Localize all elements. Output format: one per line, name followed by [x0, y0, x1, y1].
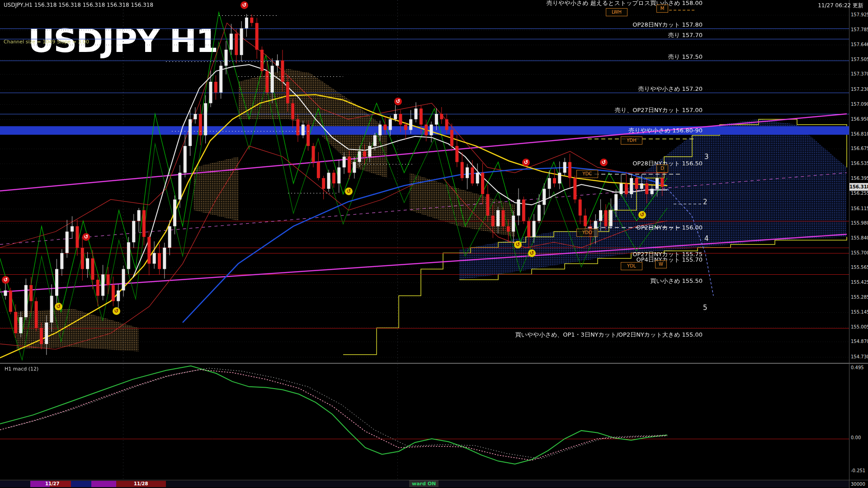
price-tick: 157.090	[851, 102, 868, 107]
pivot-box-lwh: LWH	[606, 8, 627, 16]
wave-count-label: 2	[703, 198, 708, 206]
price-annotation: 売り、OP27日NYカット 157.00	[615, 106, 703, 114]
price-tick: 156.255	[851, 191, 868, 196]
price-tick: 157.925	[851, 12, 868, 17]
pivot-box-w: W	[655, 260, 667, 268]
macd-axis-zero: 0.00	[851, 435, 861, 440]
pivot-box-ydo: YDO	[576, 229, 598, 237]
price-annotation: OP28日NYカット 157.80	[632, 21, 703, 29]
price-tick: 154.870	[851, 339, 868, 344]
buy-signal-icon: ↺	[514, 241, 522, 249]
price-tick: 157.370	[851, 71, 868, 76]
pivot-box-ydl: YDL	[621, 262, 642, 270]
wave-count-label: 4	[704, 235, 709, 243]
macd-indicator-label: H1 macd (12)	[5, 366, 38, 372]
price-tick: 155.565	[851, 265, 868, 270]
channel-info-label: Channel size = 1049 Slope = 3.00	[4, 39, 89, 45]
status-indicator: ward ON	[409, 480, 439, 487]
pivot-box-d: D	[656, 164, 668, 173]
price-annotation: 売りやや小さめ 超えるとストップロス買い小さめ 158.00	[547, 0, 703, 7]
price-tick: 155.145	[851, 310, 868, 314]
price-tick: 156.950	[851, 117, 868, 122]
price-tick: 156.115	[851, 206, 868, 211]
macd-axis-min: -0.251	[851, 468, 865, 473]
price-annotation: 売り 157.50	[668, 53, 703, 61]
main-chart-canvas[interactable]	[0, 0, 849, 363]
timeline-date: 11/27	[45, 481, 59, 486]
current-price-badge: 156.318	[849, 183, 868, 191]
timeline-segment	[0, 481, 30, 487]
price-tick: 155.980	[851, 221, 868, 225]
chart-ohlc-title: USDJPY,H1 156.318 156.318 156.318 156.31…	[4, 2, 153, 8]
sell-signal-icon: ↺	[600, 159, 608, 166]
price-tick: 157.230	[851, 87, 868, 92]
pivot-box-ydc: YDC	[576, 170, 598, 178]
price-tick: 156.395	[851, 176, 868, 181]
price-annotation: OP4日NYカット 155.70	[636, 256, 703, 264]
price-tick: 154.730	[851, 354, 868, 359]
price-annotation: 買い小さめ 155.50	[650, 277, 703, 285]
price-tick: 157.646	[851, 42, 868, 47]
buy-signal-icon: ↺	[528, 249, 536, 257]
price-tick: 156.675	[851, 146, 868, 151]
price-annotation: 売り 157.70	[668, 31, 703, 39]
last-updated-timestamp: 11/27 06:22 更新	[818, 2, 863, 9]
price-tick: 156.810	[851, 131, 868, 136]
price-annotation: OP2日NYカット 156.00	[636, 224, 703, 232]
macd-indicator-canvas[interactable]	[0, 364, 849, 480]
price-annotation: 買いやや小さめ、OP1・3日NYカット/OP2日NYカット大きめ 155.00	[515, 331, 703, 339]
price-tick: 156.535	[851, 161, 868, 166]
trading-chart-window: USDJPY H1 USDJPY,H1 156.318 156.318 156.…	[0, 0, 868, 488]
wave-count-label: 3	[704, 153, 709, 161]
timeline-segment	[71, 481, 91, 487]
macd-axis-max: 0.495	[851, 365, 864, 370]
price-tick: 155.005	[851, 324, 868, 329]
price-tick: 155.840	[851, 235, 868, 240]
timeline-segment	[91, 481, 116, 487]
buy-signal-icon: ↺	[113, 307, 120, 315]
price-tick: 157.505	[851, 57, 868, 62]
pivot-box-ydh: YDH	[621, 136, 642, 145]
sell-signal-icon: ↺	[522, 159, 530, 166]
sell-signal-icon: ↺	[241, 1, 248, 9]
sell-signal-icon: ↺	[394, 98, 402, 105]
panel-splitter[interactable]	[0, 363, 868, 364]
wave-count-label: 5	[703, 304, 708, 312]
sell-signal-icon: ↺	[2, 276, 9, 284]
pivot-box-m: M	[656, 5, 668, 13]
price-tick: 155.700	[851, 250, 868, 255]
buy-signal-icon: ↺	[345, 188, 353, 195]
axis-separator-line	[849, 0, 849, 488]
price-annotation: 売りやや小さめ 157.20	[638, 85, 703, 93]
price-tick: 157.785	[851, 27, 868, 32]
timeline-segment	[166, 481, 849, 487]
timeline-date: 11/28	[134, 481, 148, 486]
macd-axis-extra: 30000	[851, 482, 865, 487]
price-annotation: 売りやや小さめ 156.80-90	[629, 127, 703, 135]
price-tick: 155.425	[851, 280, 868, 285]
price-axis: 157.925157.785157.646157.505157.370157.2…	[850, 0, 868, 363]
price-tick: 155.285	[851, 295, 868, 300]
buy-signal-icon: ↺	[638, 211, 646, 219]
